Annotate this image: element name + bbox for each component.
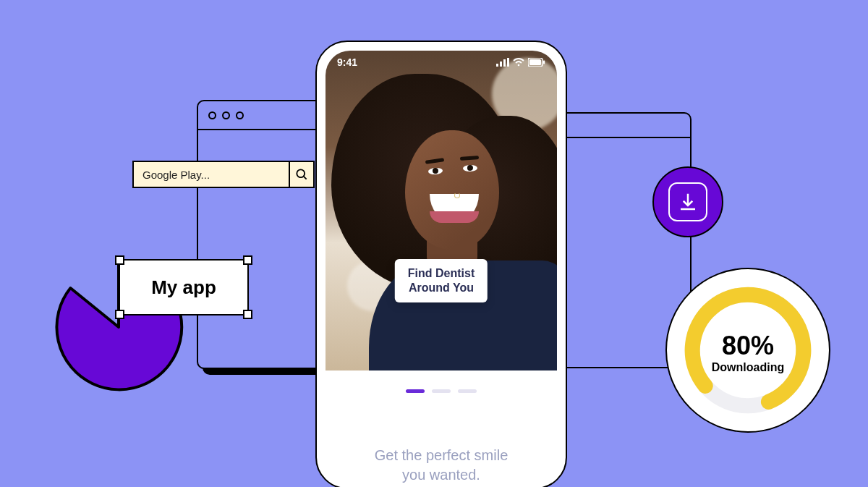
status-time: 9:41 bbox=[337, 56, 357, 68]
resize-handle-icon[interactable] bbox=[115, 255, 124, 265]
resize-handle-icon[interactable] bbox=[243, 310, 252, 319]
battery-icon bbox=[528, 58, 545, 67]
progress-status: Downloading bbox=[712, 361, 784, 374]
phone-mockup: 9:41 Find Dentist Arou bbox=[315, 41, 567, 487]
cta-button[interactable]: Find Dentist Around You bbox=[395, 259, 488, 302]
my-app-card[interactable]: My app bbox=[119, 259, 249, 316]
window-titlebar bbox=[558, 114, 690, 138]
hero-image bbox=[326, 51, 557, 370]
svg-line-1 bbox=[304, 177, 307, 179]
search-bar bbox=[132, 161, 315, 188]
svg-rect-7 bbox=[507, 58, 509, 67]
carousel-dot[interactable] bbox=[432, 389, 451, 393]
svg-point-0 bbox=[297, 169, 305, 177]
carousel-dot[interactable] bbox=[458, 389, 477, 393]
svg-point-8 bbox=[518, 64, 520, 67]
search-input[interactable] bbox=[134, 162, 289, 187]
caption-line1: Get the perfect smile bbox=[346, 446, 537, 465]
cta-line2: Around You bbox=[408, 281, 475, 295]
download-badge[interactable] bbox=[652, 166, 723, 237]
download-icon-frame bbox=[668, 182, 707, 221]
svg-rect-10 bbox=[529, 59, 541, 65]
caption-line2: you wanted. bbox=[346, 465, 537, 485]
progress-percent: 80% bbox=[722, 331, 774, 361]
resize-handle-icon[interactable] bbox=[243, 255, 252, 265]
wifi-icon bbox=[513, 58, 524, 67]
resize-handle-icon[interactable] bbox=[115, 310, 124, 319]
svg-rect-5 bbox=[500, 62, 502, 67]
phone-statusbar: 9:41 bbox=[317, 55, 566, 69]
search-button[interactable] bbox=[289, 162, 313, 187]
svg-rect-11 bbox=[543, 61, 545, 64]
signal-icon bbox=[496, 58, 509, 67]
svg-rect-4 bbox=[496, 64, 498, 67]
my-app-label: My app bbox=[151, 276, 216, 299]
svg-rect-6 bbox=[503, 59, 506, 67]
carousel-dot[interactable] bbox=[406, 389, 425, 393]
download-progress-card: 80% Downloading bbox=[665, 268, 830, 433]
carousel-dots bbox=[317, 389, 566, 393]
traffic-light-icon bbox=[222, 111, 230, 119]
download-icon bbox=[677, 191, 699, 213]
cta-line1: Find Dentist bbox=[408, 266, 475, 281]
traffic-light-icon bbox=[208, 111, 216, 119]
traffic-light-icon bbox=[236, 111, 244, 119]
phone-caption: Get the perfect smile you wanted. bbox=[317, 446, 566, 485]
search-icon bbox=[294, 167, 309, 182]
